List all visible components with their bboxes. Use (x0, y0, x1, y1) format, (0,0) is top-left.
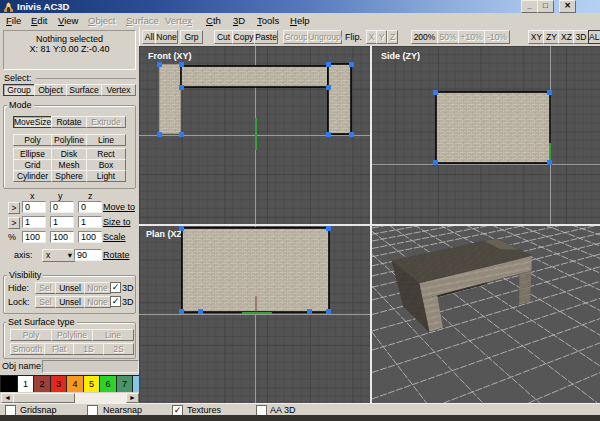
svg-text:Front (XY): Front (XY) (148, 51, 192, 61)
svg-text:Side (ZY): Side (ZY) (381, 51, 420, 61)
